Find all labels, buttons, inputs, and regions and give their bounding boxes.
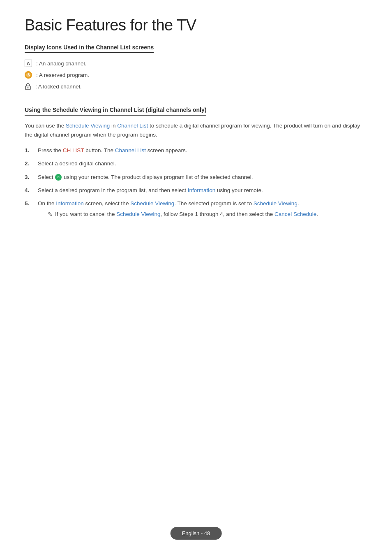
analog-channel-icon: A (25, 60, 32, 67)
locked-channel-icon (25, 83, 31, 90)
step-3: 3. Select c using your remote. The produ… (25, 173, 367, 181)
section-schedule-viewing: Using the Schedule Viewing in Channel Li… (25, 107, 367, 219)
page-container: Basic Features for the TV Display Icons … (0, 0, 392, 257)
step-4-number: 4. (25, 186, 35, 195)
step-1: 1. Press the CH LIST button. The Channel… (25, 146, 367, 155)
link-schedule-viewing-5[interactable]: Schedule Viewing (130, 200, 174, 206)
link-information-4[interactable]: Information (188, 187, 216, 193)
link-channel-list-1[interactable]: Channel List (115, 147, 146, 153)
analog-description: : An analog channel. (36, 60, 86, 67)
step-1-content: Press the CH LIST button. The Channel Li… (38, 146, 367, 155)
steps-list: 1. Press the CH LIST button. The Channel… (25, 146, 367, 219)
note-pencil-icon: ✎ (48, 210, 53, 219)
page-title: Basic Features for the TV (25, 16, 367, 34)
step-5: 5. On the Information screen, select the… (25, 199, 367, 219)
note-row: ✎ If you want to cancel the Schedule Vie… (48, 210, 367, 219)
step-3-number: 3. (25, 173, 35, 181)
reserved-program-icon (25, 71, 32, 79)
step-3-content: Select c using your remote. The product … (38, 173, 367, 181)
section-display-icons: Display Icons Used in the Channel List s… (25, 44, 367, 90)
list-item-analog: A : An analog channel. (25, 60, 367, 67)
link-schedule-viewing-5b[interactable]: Schedule Viewing (254, 200, 297, 206)
section1-heading: Display Icons Used in the Channel List s… (25, 44, 154, 53)
step-5-number: 5. (25, 199, 35, 208)
link-schedule-viewing-note[interactable]: Schedule Viewing (116, 211, 160, 217)
icon-list: A : An analog channel. : A reserved prog… (25, 60, 367, 90)
step-2-content: Select a desired digital channel. (38, 160, 367, 168)
list-item-reserved: : A reserved program. (25, 71, 367, 79)
link-cancel-schedule[interactable]: Cancel Schedule (274, 211, 316, 217)
step-5-content: On the Information screen, select the Sc… (38, 199, 367, 219)
intro-paragraph: You can use the Schedule Viewing in Chan… (25, 121, 367, 139)
locked-description: : A locked channel. (35, 83, 82, 90)
list-item-locked: : A locked channel. (25, 83, 367, 90)
link-channel-list-intro[interactable]: Channel List (117, 123, 148, 129)
page-footer: English - 48 (171, 527, 222, 540)
link-information-5[interactable]: Information (56, 200, 84, 206)
step-4: 4. Select a desired program in the progr… (25, 186, 367, 195)
step-1-number: 1. (25, 146, 35, 155)
link-ch-list[interactable]: CH LIST (63, 147, 84, 153)
note-text: If you want to cancel the Schedule Viewi… (55, 210, 318, 218)
step-2-number: 2. (25, 160, 35, 168)
section2-heading: Using the Schedule Viewing in Channel Li… (25, 107, 206, 116)
step-2: 2. Select a desired digital channel. (25, 160, 367, 168)
green-circle-icon: c (55, 174, 62, 181)
svg-point-5 (28, 87, 29, 88)
step-4-content: Select a desired program in the program … (38, 186, 367, 195)
link-schedule-viewing-intro[interactable]: Schedule Viewing (66, 123, 110, 129)
reserved-description: : A reserved program. (36, 72, 89, 78)
